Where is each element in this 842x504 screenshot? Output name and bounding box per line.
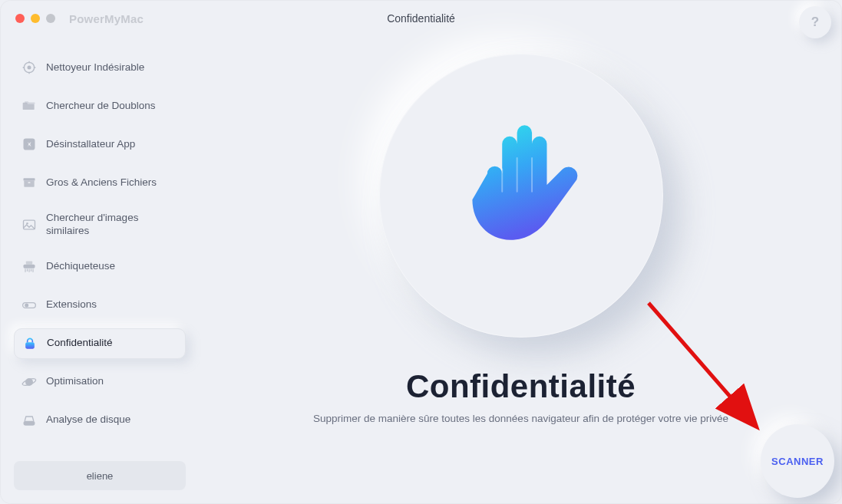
app-title: PowerMyMac <box>69 12 144 25</box>
sidebar-item-disk-analysis[interactable]: Analyse de disque <box>14 405 186 436</box>
sidebar-item-label: Chercheur d'images similaires <box>46 212 178 238</box>
lock-icon <box>22 336 38 351</box>
sidebar: Nettoyeur Indésirable Chercheur de Doubl… <box>0 0 200 504</box>
user-account[interactable]: eliene <box>14 461 186 490</box>
svg-point-11 <box>25 303 28 307</box>
svg-rect-8 <box>24 264 35 268</box>
minimize-window-button[interactable] <box>31 14 40 23</box>
sidebar-item-label: Extensions <box>46 298 97 311</box>
sidebar-item-label: Nettoyeur Indésirable <box>46 61 144 74</box>
svg-rect-12 <box>25 342 35 348</box>
archive-box-icon <box>21 175 37 190</box>
svg-rect-5 <box>28 182 30 183</box>
help-button[interactable]: ? <box>799 6 831 38</box>
svg-point-1 <box>28 66 31 70</box>
svg-rect-15 <box>24 421 35 426</box>
sidebar-item-label: Désinstallateur App <box>46 138 135 151</box>
zoom-window-button[interactable] <box>46 14 55 23</box>
sidebar-item-label: Optimisation <box>46 375 104 388</box>
app-window: PowerMyMac Confidentialité ? Nettoyeur I… <box>0 0 842 504</box>
sidebar-item-optimization[interactable]: Optimisation <box>14 367 186 397</box>
folders-icon <box>21 98 37 114</box>
target-icon <box>21 60 37 75</box>
shredder-icon <box>21 259 37 275</box>
image-icon <box>21 217 37 232</box>
sidebar-item-privacy[interactable]: Confidentialité <box>14 328 186 359</box>
sidebar-item-extensions[interactable]: Extensions <box>14 290 186 321</box>
sidebar-item-label: Déchiqueteuse <box>46 260 115 273</box>
close-window-button[interactable] <box>15 14 25 23</box>
disk-icon <box>21 413 37 428</box>
svg-rect-9 <box>26 261 32 264</box>
window-controls <box>15 14 55 23</box>
planet-icon <box>21 374 37 390</box>
sidebar-item-junk-cleaner[interactable]: Nettoyeur Indésirable <box>14 52 186 83</box>
sidebar-item-label: Gros & Anciens Fichiers <box>46 176 157 189</box>
sidebar-item-large-old-files[interactable]: Gros & Anciens Fichiers <box>14 167 186 198</box>
sidebar-item-shredder[interactable]: Déchiqueteuse <box>14 252 186 282</box>
privacy-illustration <box>379 54 663 338</box>
hand-stop-icon <box>457 121 584 271</box>
sidebar-item-label: Analyse de disque <box>46 413 130 427</box>
svg-rect-3 <box>24 178 35 180</box>
toggle-icon <box>21 298 37 313</box>
section-heading: Confidentialité <box>406 368 636 405</box>
svg-rect-4 <box>24 181 34 187</box>
section-subtitle: Supprimer de manière sûre toutes les don… <box>313 413 728 424</box>
sidebar-item-duplicate-finder[interactable]: Chercheur de Doublons <box>14 91 186 121</box>
app-uninstall-icon <box>21 137 37 152</box>
main-content: Confidentialité Supprimer de manière sûr… <box>200 0 842 504</box>
sidebar-item-label: Confidentialité <box>47 337 113 350</box>
sidebar-item-app-uninstaller[interactable]: Désinstallateur App <box>14 129 186 160</box>
scan-button[interactable]: SCANNER <box>761 424 834 498</box>
sidebar-item-label: Chercheur de Doublons <box>46 100 156 113</box>
sidebar-item-similar-images[interactable]: Chercheur d'images similaires <box>14 206 186 244</box>
